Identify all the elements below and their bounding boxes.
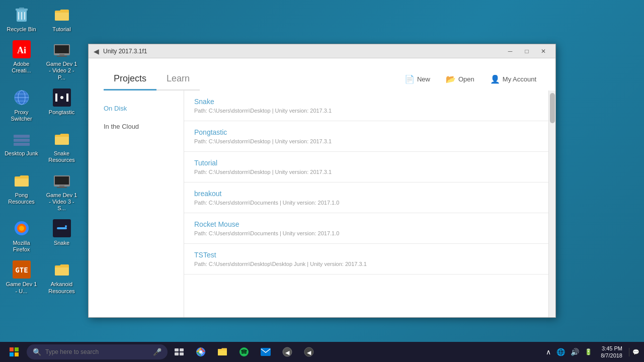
svg-rect-39 <box>15 352 19 356</box>
desktop-icon-game-dev-1[interactable]: Game Dev 1 - Video 2 - P... <box>43 37 80 83</box>
system-tray: ∧ 🌐 🔊 🔋 <box>544 347 594 357</box>
svg-rect-10 <box>59 54 64 56</box>
project-path-snake: Path: C:\Users\dstorm\Desktop | Unity ve… <box>194 108 538 114</box>
minimize-button[interactable]: ─ <box>503 46 517 56</box>
tray-volume-icon[interactable]: 🔊 <box>569 347 581 357</box>
svg-rect-38 <box>10 352 14 356</box>
projects-list[interactable]: Snake Path: C:\Users\dstorm\Desktop | Un… <box>184 90 548 317</box>
open-icon: 📂 <box>446 74 456 84</box>
svg-rect-43 <box>180 352 184 355</box>
project-item-rocket-mouse[interactable]: Rocket Mouse Path: C:\Users\dstorm\Docum… <box>184 213 548 244</box>
desktop-icon-tutorial[interactable]: Tutorial <box>43 3 80 35</box>
main-content: On Disk In the Cloud Snake Path: C:\User… <box>89 90 555 317</box>
mail-taskbar-button[interactable] <box>256 344 276 360</box>
unity-logo-icon: ◀ <box>94 47 99 55</box>
recycle-bin-label: Recycle Bin <box>7 26 36 33</box>
taskbar: 🔍 🎤 <box>0 342 644 362</box>
desktop-junk-icon <box>12 129 32 149</box>
desktop: Recycle Bin Tutorial Ai <box>0 0 644 362</box>
firefox-label: Mozilla Firefox <box>5 240 38 253</box>
pongtastic-label: Pongtastic <box>49 109 74 116</box>
desktop-icon-game-dev-1c[interactable]: GTE Game Dev 1 - U... <box>3 257 40 296</box>
svg-rect-23 <box>14 143 30 146</box>
window-controls: ─ □ ✕ <box>503 46 550 56</box>
game-dev-1-icon <box>52 39 72 59</box>
tray-battery-icon[interactable]: 🔋 <box>583 347 594 356</box>
svg-rect-26 <box>59 186 64 187</box>
unity-2-taskbar-button[interactable]: ◀ <box>299 344 319 360</box>
tray-network-icon[interactable]: 🌐 <box>554 347 567 357</box>
desktop-icons-area: Recycle Bin Tutorial Ai <box>3 3 80 299</box>
taskbar-search-input[interactable] <box>45 348 136 355</box>
project-path-tutorial: Path: C:\Users\dstorm\Desktop | Unity ve… <box>194 169 538 175</box>
game-dev-1b-label: Game Dev 1 - Video 3 - S... <box>45 192 78 212</box>
firefox-icon <box>12 218 32 238</box>
arkanoid-resources-label: Arkanoid Resources <box>45 281 78 294</box>
desktop-icon-adobe[interactable]: Ai Adobe Creati... <box>3 37 40 83</box>
svg-rect-37 <box>15 347 19 351</box>
taskbar-search-box[interactable]: 🔍 🎤 <box>27 344 168 359</box>
taskbar-clock[interactable]: 3:45 PM 8/7/2018 <box>597 345 626 359</box>
project-item-pongtastic[interactable]: Pongtastic Path: C:\Users\dstorm\Desktop… <box>184 121 548 152</box>
project-item-tutorial[interactable]: Tutorial Path: C:\Users\dstorm\Desktop |… <box>184 152 548 183</box>
my-account-button[interactable]: 👤 My Account <box>486 72 540 86</box>
desktop-icon-firefox[interactable]: Mozilla Firefox <box>3 216 40 255</box>
recycle-bin-icon <box>12 5 32 25</box>
maximize-button[interactable]: □ <box>520 46 534 56</box>
window-titlebar[interactable]: ◀ Unity 2017.3.1f1 ─ □ ✕ <box>89 44 555 58</box>
scrollbar[interactable] <box>548 90 555 317</box>
svg-rect-9 <box>55 45 69 53</box>
desktop-junk-label: Desktop Junk <box>5 150 38 157</box>
proxy-switcher-icon <box>12 87 32 108</box>
desktop-icon-snake-resources[interactable]: Snake Resources <box>43 127 80 165</box>
taskbar-search-icon: 🔍 <box>33 348 41 356</box>
new-button[interactable]: 📄 New <box>400 72 434 86</box>
account-icon: 👤 <box>490 74 500 84</box>
spotify-taskbar-button[interactable] <box>234 344 254 360</box>
adobe-label: Adobe Creati... <box>5 61 38 74</box>
tab-projects[interactable]: Projects <box>104 68 156 90</box>
new-icon: 📄 <box>405 74 415 84</box>
chrome-taskbar-button[interactable] <box>191 344 211 360</box>
tray-chevron[interactable]: ∧ <box>544 347 553 357</box>
svg-text:◀: ◀ <box>307 349 311 355</box>
file-explorer-taskbar-button[interactable] <box>212 344 232 360</box>
snake-resources-label: Snake Resources <box>45 150 78 163</box>
svg-rect-22 <box>14 139 30 142</box>
my-account-label: My Account <box>503 75 536 83</box>
unity-window: ◀ Unity 2017.3.1f1 ─ □ ✕ Projects Learn <box>88 44 556 318</box>
svg-rect-25 <box>55 176 69 185</box>
desktop-icon-arkanoid-resources[interactable]: Arkanoid Resources <box>43 257 80 296</box>
desktop-icon-desktop-junk[interactable]: Desktop Junk <box>3 127 40 165</box>
game-dev-1-label: Game Dev 1 - Video 2 - P... <box>45 61 78 81</box>
clock-date: 8/7/2018 <box>601 352 622 359</box>
window-content: Projects Learn 📄 New 📂 Open � <box>89 58 555 317</box>
svg-rect-27 <box>57 187 67 188</box>
desktop-icon-pongtastic[interactable]: Pongtastic <box>43 85 80 124</box>
scrollbar-thumb[interactable] <box>550 93 555 123</box>
close-button[interactable]: ✕ <box>536 46 550 56</box>
project-item-tstest[interactable]: TSTest Path: C:\Users\dstorm\Desktop\Des… <box>184 244 548 275</box>
start-button[interactable] <box>3 344 25 360</box>
svg-text:GTE: GTE <box>15 266 28 274</box>
taskbar-mic-icon[interactable]: 🎤 <box>153 348 162 356</box>
tab-learn[interactable]: Learn <box>156 68 200 90</box>
desktop-icon-proxy-switcher[interactable]: Proxy Switcher <box>3 85 40 124</box>
clock-time: 3:45 PM <box>601 345 622 352</box>
desktop-icon-game-dev-1b[interactable]: Game Dev 1 - Video 3 - S... <box>43 168 80 214</box>
adobe-icon: Ai <box>12 39 32 59</box>
svg-rect-40 <box>175 348 179 351</box>
open-button[interactable]: 📂 Open <box>442 72 478 86</box>
show-desktop-button[interactable]: 💬 <box>629 348 641 356</box>
task-view-button[interactable] <box>169 344 189 360</box>
project-item-snake[interactable]: Snake Path: C:\Users\dstorm\Desktop | Un… <box>184 90 548 121</box>
desktop-icon-snake[interactable]: Snake <box>43 216 80 255</box>
sidebar-item-on-disk[interactable]: On Disk <box>99 101 174 116</box>
tutorial-label: Tutorial <box>52 26 70 33</box>
desktop-icon-pong-resources[interactable]: Pong Resources <box>3 168 40 214</box>
desktop-icon-recycle-bin[interactable]: Recycle Bin <box>3 3 40 35</box>
project-item-breakout[interactable]: breakout Path: C:\Users\dstorm\Documents… <box>184 183 548 213</box>
unity-taskbar-button[interactable]: ◀ <box>277 344 297 360</box>
game-dev-1b-icon <box>52 170 72 191</box>
sidebar-item-in-the-cloud[interactable]: In the Cloud <box>99 119 174 134</box>
